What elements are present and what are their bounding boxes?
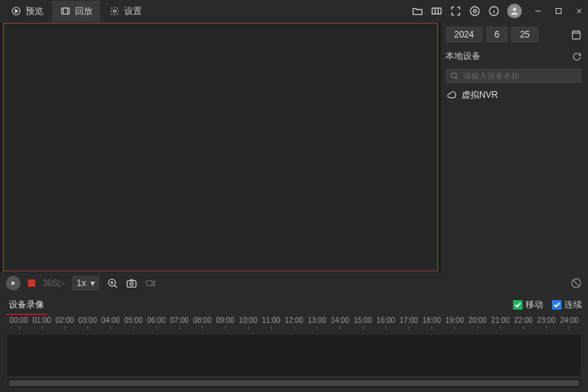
timeline-hour-label: 09:00 <box>214 316 237 324</box>
date-month[interactable]: 6 <box>486 26 509 43</box>
play-circle-icon <box>10 5 22 17</box>
timeline-hour-label: 04:00 <box>99 316 122 324</box>
svg-point-4 <box>473 10 476 13</box>
svg-rect-12 <box>127 281 136 288</box>
timeline-hour-label: 10:00 <box>237 316 259 324</box>
local-devices-label: 本地设备 <box>445 50 481 63</box>
device-search-box[interactable] <box>445 68 582 83</box>
timeline-hour-label: 14:00 <box>329 316 351 324</box>
timeline-hour-label: 18:00 <box>420 316 443 324</box>
refresh-icon[interactable] <box>572 51 582 62</box>
avatar[interactable] <box>507 4 522 18</box>
svg-rect-3 <box>432 8 441 14</box>
search-icon <box>450 71 459 80</box>
timeline-hour-label: 24:00 <box>558 316 581 324</box>
tab-device-recording[interactable]: 设备录像 <box>6 294 47 316</box>
tab-preview[interactable]: 预览 <box>3 1 51 22</box>
timeline-hour-label: 07:00 <box>168 316 190 324</box>
folder-icon[interactable] <box>412 5 423 17</box>
timeline-hour-label: 11:00 <box>259 316 282 324</box>
timeline-hour-label: 12:00 <box>282 316 305 324</box>
timeline-hour-label: 22:00 <box>512 316 534 324</box>
timeline-hour-label: 08:00 <box>191 316 214 324</box>
tab-label: 回放 <box>75 5 93 18</box>
cloud-icon <box>447 90 457 101</box>
speed-selector[interactable]: 1x ▾ <box>72 276 99 291</box>
scrollbar-thumb[interactable] <box>9 380 579 386</box>
svg-rect-14 <box>146 281 152 286</box>
timeline-ruler: 00:0001:0002:0003:0004:0005:0006:0007:00… <box>3 315 585 324</box>
chevron-down-icon: ▾ <box>90 278 95 288</box>
tab-playback[interactable]: 回放 <box>52 1 100 22</box>
checkbox-icon <box>513 300 523 310</box>
timeline-hour-label: 06:00 <box>145 316 168 324</box>
check-continuous[interactable]: 连续 <box>552 299 582 311</box>
timeline-hour-label: 00:00 <box>7 316 30 324</box>
device-name: 虚拟NVR <box>462 89 498 101</box>
video-frame[interactable] <box>3 23 438 271</box>
timeline-hour-label: 20:00 <box>466 316 489 324</box>
film-icon <box>60 5 71 17</box>
timeline: 00:0001:0002:0003:0004:0005:0006:0007:00… <box>0 315 588 391</box>
device-search-input[interactable] <box>463 71 578 80</box>
timeline-scrollbar[interactable] <box>7 379 581 388</box>
timeline-track[interactable] <box>7 335 581 376</box>
video-area <box>0 22 441 272</box>
svg-point-5 <box>470 7 479 15</box>
svg-point-13 <box>130 282 133 285</box>
tab-label: 预览 <box>26 5 43 18</box>
svg-rect-1 <box>62 8 70 14</box>
settings-icon[interactable] <box>469 5 481 17</box>
gear-icon <box>109 5 121 17</box>
snapshot-icon[interactable] <box>126 277 137 289</box>
timeline-hour-label: 13:00 <box>306 316 329 324</box>
date-day[interactable]: 25 <box>511 26 538 43</box>
play-button[interactable] <box>6 276 21 291</box>
zoom-icon[interactable] <box>107 277 118 289</box>
svg-rect-9 <box>573 31 581 39</box>
calendar-icon[interactable] <box>570 29 582 40</box>
timeline-hour-label: 21:00 <box>489 316 512 324</box>
check-motion[interactable]: 移动 <box>513 299 543 311</box>
svg-point-2 <box>113 10 116 13</box>
close-icon[interactable] <box>573 5 585 17</box>
side-panel: 2024 6 25 本地设备 虚拟NVR <box>441 22 588 272</box>
checkbox-icon <box>552 300 562 310</box>
date-year[interactable]: 2024 <box>445 26 483 43</box>
stop-button[interactable] <box>28 279 35 287</box>
svg-point-10 <box>451 73 456 78</box>
skip-30s[interactable]: 30S▷ <box>43 278 65 288</box>
timeline-hour-label: 19:00 <box>443 316 466 324</box>
layout-icon[interactable] <box>431 5 442 17</box>
control-bar: 30S▷ 1x ▾ <box>0 272 588 294</box>
timeline-hour-label: 01:00 <box>30 316 53 324</box>
timeline-hour-label: 17:00 <box>397 316 420 324</box>
timeline-hour-label: 16:00 <box>374 316 397 324</box>
device-item[interactable]: 虚拟NVR <box>445 86 582 104</box>
info-icon[interactable] <box>488 5 500 17</box>
timeline-hour-label: 03:00 <box>76 316 99 324</box>
disable-icon[interactable] <box>570 277 582 289</box>
tab-label: 设置 <box>124 5 142 18</box>
timeline-hour-label: 05:00 <box>122 316 145 324</box>
timeline-hour-label: 02:00 <box>53 316 76 324</box>
maximize-icon[interactable] <box>553 5 564 17</box>
timeline-hour-label: 23:00 <box>535 316 558 324</box>
minimize-icon[interactable] <box>532 5 544 17</box>
svg-point-7 <box>513 7 517 11</box>
camcorder-icon[interactable] <box>145 277 157 289</box>
svg-rect-8 <box>556 9 562 14</box>
timeline-hour-label: 15:00 <box>351 316 374 324</box>
fullscreen-icon[interactable] <box>450 5 462 17</box>
tab-settings[interactable]: 设置 <box>101 1 149 22</box>
